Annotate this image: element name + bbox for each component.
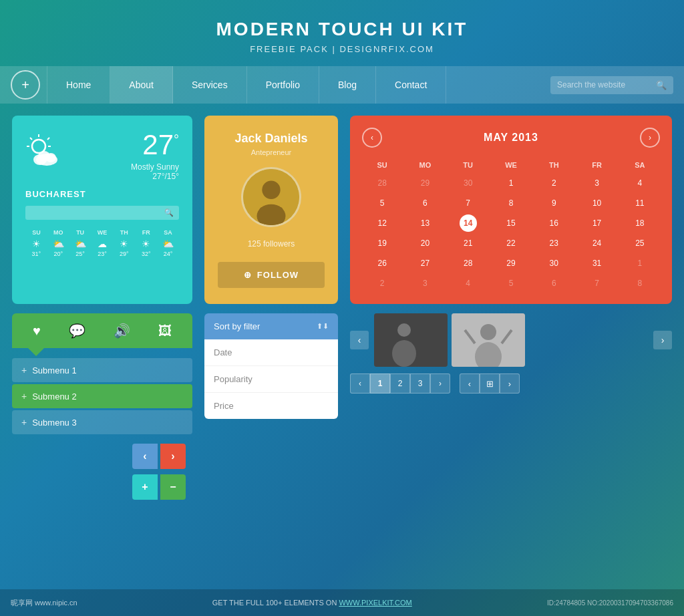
cal-header-su: SU bbox=[362, 158, 402, 172]
cal-day[interactable]: 30 bbox=[534, 255, 574, 272]
avatar bbox=[241, 167, 301, 227]
nav-services[interactable]: Services bbox=[173, 66, 247, 104]
follow-button[interactable]: ⊕ FOLLOW bbox=[218, 262, 325, 288]
cal-day[interactable]: 15 bbox=[491, 214, 531, 232]
gallery-prev-button[interactable]: ‹ bbox=[350, 331, 369, 349]
filter-price[interactable]: Price bbox=[204, 393, 338, 419]
page-1-button[interactable]: 1 bbox=[370, 373, 390, 394]
filter-popularity[interactable]: Popularity bbox=[204, 366, 338, 393]
cal-day[interactable]: 30 bbox=[448, 174, 488, 192]
gallery-thumb-1[interactable] bbox=[374, 313, 448, 367]
svg-point-17 bbox=[392, 340, 416, 367]
footer-link[interactable]: WWW.PIXELKIT.COM bbox=[339, 599, 411, 607]
submenu-2-label: Submenu 2 bbox=[32, 392, 77, 402]
cal-day[interactable]: 29 bbox=[491, 255, 531, 272]
cal-day[interactable]: 25 bbox=[620, 235, 660, 252]
gallery-thumb-2[interactable] bbox=[452, 313, 525, 367]
cal-day[interactable]: 28 bbox=[362, 174, 402, 192]
cal-day[interactable]: 21 bbox=[448, 235, 488, 252]
cal-day[interactable]: 5 bbox=[362, 194, 402, 212]
cal-day[interactable]: 6 bbox=[534, 275, 574, 292]
cal-day[interactable]: 17 bbox=[576, 214, 617, 232]
heart-icon[interactable]: ♥ bbox=[33, 323, 41, 339]
submenu-3-label: Submenu 3 bbox=[32, 418, 77, 428]
pagination-numbers: ‹ 1 2 3 › bbox=[350, 373, 450, 394]
view-grid-button[interactable]: ⊞ bbox=[480, 373, 500, 394]
follow-plus-icon: ⊕ bbox=[244, 270, 252, 280]
cal-day[interactable]: 12 bbox=[362, 214, 402, 232]
filter-header[interactable]: Sort by filter ⬆⬇ bbox=[204, 313, 338, 339]
nav-portfolio[interactable]: Portfolio bbox=[247, 66, 319, 104]
gallery-slider: ‹ bbox=[350, 313, 672, 367]
cal-day[interactable]: 11 bbox=[620, 194, 660, 212]
footer-center: GET THE FULL 100+ ELEMENTS ON WWW.PIXELK… bbox=[212, 599, 412, 607]
cal-day[interactable]: 24 bbox=[576, 235, 617, 252]
nav-blog[interactable]: Blog bbox=[319, 66, 376, 104]
cal-day[interactable]: 1 bbox=[620, 255, 660, 272]
cal-day[interactable]: 23 bbox=[534, 235, 574, 252]
cal-day[interactable]: 27 bbox=[405, 255, 445, 272]
submenu-3[interactable]: + Submenu 3 bbox=[12, 410, 192, 434]
submenu-2[interactable]: + Submenu 2 bbox=[12, 384, 192, 408]
cal-day[interactable]: 7 bbox=[448, 194, 488, 212]
cal-day[interactable]: 19 bbox=[362, 235, 402, 252]
cal-day[interactable]: 26 bbox=[362, 255, 402, 272]
cal-day[interactable]: 7 bbox=[576, 275, 617, 292]
stepper-plus-button[interactable]: + bbox=[132, 474, 158, 500]
cal-day[interactable]: 20 bbox=[405, 235, 445, 252]
cal-day[interactable]: 2 bbox=[534, 174, 574, 192]
cal-day[interactable]: 9 bbox=[534, 194, 574, 212]
weather-day-mo: MO⛅20° bbox=[47, 229, 69, 257]
gallery-next-button[interactable]: › bbox=[653, 331, 672, 349]
view-next-button[interactable]: › bbox=[500, 373, 520, 394]
cal-day[interactable]: 31 bbox=[576, 255, 617, 272]
menu-column: ♥ 💬 🔊 🖼 + Submenu 1 + Submenu 2 + Submen… bbox=[12, 313, 192, 500]
cal-day[interactable]: 2 bbox=[362, 275, 402, 292]
cal-day[interactable]: 28 bbox=[448, 255, 488, 272]
pagination-prev-button[interactable]: ‹ bbox=[350, 373, 370, 394]
nav-plus-button[interactable]: + bbox=[11, 70, 40, 100]
image-icon[interactable]: 🖼 bbox=[158, 323, 172, 339]
cal-day[interactable]: 4 bbox=[620, 174, 660, 192]
page-2-button[interactable]: 2 bbox=[390, 373, 410, 394]
page-subtitle: FREEBIE PACK | DESIGNRFIX.COM bbox=[0, 44, 684, 54]
stepper-group: ‹ › + − bbox=[12, 444, 192, 500]
volume-icon[interactable]: 🔊 bbox=[114, 323, 130, 339]
stepper-minus-button[interactable]: − bbox=[160, 474, 186, 500]
cal-day[interactable]: 10 bbox=[576, 194, 617, 212]
cal-day[interactable]: 8 bbox=[491, 194, 531, 212]
stepper-next-button[interactable]: › bbox=[160, 444, 186, 469]
cal-day[interactable]: 18 bbox=[620, 214, 660, 232]
cal-day[interactable]: 1 bbox=[491, 174, 531, 192]
calendar-next-button[interactable]: › bbox=[640, 128, 660, 148]
cal-day[interactable]: 8 bbox=[620, 275, 660, 292]
pagination-next-button[interactable]: › bbox=[430, 373, 450, 394]
search-input[interactable] bbox=[557, 80, 651, 90]
nav-home[interactable]: Home bbox=[47, 66, 110, 104]
cal-day[interactable]: 13 bbox=[405, 214, 445, 232]
weather-search-input[interactable] bbox=[31, 209, 164, 217]
cal-day[interactable]: 16 bbox=[534, 214, 574, 232]
cal-day[interactable]: 4 bbox=[448, 275, 488, 292]
page-3-button[interactable]: 3 bbox=[410, 373, 430, 394]
nav-contact[interactable]: Contact bbox=[376, 66, 446, 104]
weather-description: Mostly Sunny27°/15° bbox=[131, 162, 179, 181]
cal-day[interactable]: 22 bbox=[491, 235, 531, 252]
submenu-1[interactable]: + Submenu 1 bbox=[12, 358, 192, 382]
weather-icon bbox=[25, 134, 65, 176]
filter-date[interactable]: Date bbox=[204, 339, 338, 366]
view-prev-button[interactable]: ‹ bbox=[460, 373, 480, 394]
svg-point-10 bbox=[45, 153, 56, 162]
weather-day-fr: FR☀32° bbox=[135, 229, 157, 257]
cal-day-active[interactable]: 14 bbox=[460, 214, 477, 232]
stepper-prev-button[interactable]: ‹ bbox=[132, 444, 158, 469]
cal-day[interactable]: 6 bbox=[405, 194, 445, 212]
cal-day[interactable]: 3 bbox=[405, 275, 445, 292]
weather-search-icon: 🔍 bbox=[164, 208, 174, 217]
cal-day[interactable]: 5 bbox=[491, 275, 531, 292]
cal-day[interactable]: 3 bbox=[576, 174, 617, 192]
calendar-prev-button[interactable]: ‹ bbox=[362, 128, 382, 148]
comment-icon[interactable]: 💬 bbox=[69, 323, 86, 339]
nav-about[interactable]: About bbox=[110, 66, 173, 104]
cal-day[interactable]: 29 bbox=[405, 174, 445, 192]
